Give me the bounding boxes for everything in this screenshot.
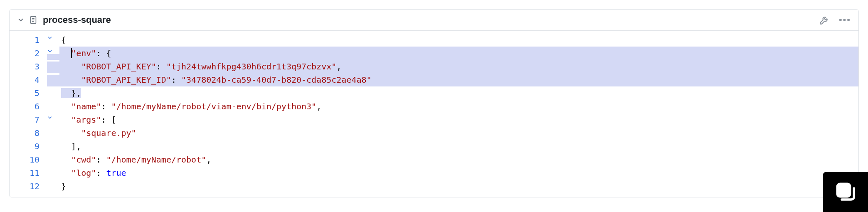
fold-toggle [47,140,59,141]
fold-toggle [47,73,59,75]
code-line[interactable]: 9 ], [10,140,858,153]
line-number: 10 [10,153,47,166]
fold-toggle [47,180,59,181]
more-menu-icon[interactable]: ••• [839,15,851,25]
fold-toggle[interactable] [47,33,59,41]
line-number: 12 [10,180,47,193]
text-caret [71,48,72,58]
code-content[interactable]: "cwd": "/home/myName/robot", [59,153,858,166]
line-number: 7 [10,113,47,126]
code-content[interactable]: "ROBOT_API_KEY": "tjh24twwhfkpg430h6cdr1… [59,60,858,73]
line-number: 5 [10,86,47,100]
code-line[interactable]: 4 "ROBOT_API_KEY_ID": "3478024b-ca59-40d… [10,73,858,86]
code-content[interactable]: }, [59,86,858,100]
code-line[interactable]: 5 }, [10,86,858,100]
tools-icon[interactable] [819,15,830,25]
code-line[interactable]: 12} [10,180,858,193]
line-number: 9 [10,140,47,153]
line-number: 1 [10,33,47,47]
line-number: 11 [10,166,47,180]
panel-title: process-square [43,15,819,25]
panel-header: process-square ••• [10,10,858,31]
json-editor[interactable]: 1{2 "env": {3 "ROBOT_API_KEY": "tjh24tww… [10,31,858,197]
code-line[interactable]: 3 "ROBOT_API_KEY": "tjh24twwhfkpg430h6cd… [10,60,858,73]
line-number: 8 [10,126,47,140]
code-content[interactable]: } [59,180,858,193]
fold-toggle[interactable] [47,47,59,54]
code-line[interactable]: 10 "cwd": "/home/myName/robot", [10,153,858,166]
code-line[interactable]: 8 "square.py" [10,126,858,140]
help-fab[interactable]: ? [823,172,868,207]
fold-toggle [47,153,59,155]
fold-toggle[interactable] [47,113,59,121]
code-content[interactable]: "ROBOT_API_KEY_ID": "3478024b-ca59-40d7-… [59,73,858,86]
svg-text:?: ? [841,184,847,195]
code-line[interactable]: 7 "args": [ [10,113,858,126]
code-content[interactable]: "env": { [59,47,858,60]
fold-toggle [47,126,59,128]
code-line[interactable]: 2 "env": { [10,47,858,60]
code-content[interactable]: "args": [ [59,113,858,126]
fold-toggle [47,166,59,168]
collapse-toggle[interactable] [17,16,25,24]
fold-toggle [47,86,59,88]
code-content[interactable]: "name": "/home/myName/robot/viam-env/bin… [59,100,858,113]
code-content[interactable]: "square.py" [59,126,858,140]
fold-toggle [47,60,59,62]
process-icon [29,15,38,25]
code-content[interactable]: "log": true [59,166,858,180]
code-line[interactable]: 11 "log": true [10,166,858,180]
code-content[interactable]: { [59,33,858,47]
code-line[interactable]: 6 "name": "/home/myName/robot/viam-env/b… [10,100,858,113]
line-number: 6 [10,100,47,113]
line-number: 2 [10,47,47,60]
header-actions: ••• [819,15,851,25]
code-line[interactable]: 1{ [10,33,858,47]
code-content[interactable]: ], [59,140,858,153]
line-number: 3 [10,60,47,73]
config-panel: process-square ••• 1{2 "env": {3 "ROBOT_… [9,9,859,197]
fold-toggle [47,100,59,101]
line-number: 4 [10,73,47,86]
